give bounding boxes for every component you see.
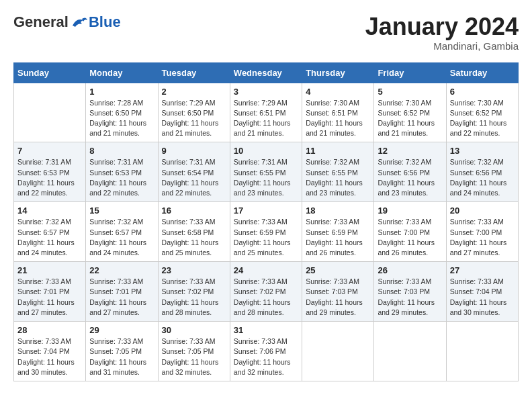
day-info: Sunrise: 7:31 AMSunset: 6:55 PMDaylight:… [234, 157, 298, 198]
day-number: 29 [89, 325, 154, 335]
calendar-day-cell: 3Sunrise: 7:29 AMSunset: 6:51 PMDaylight… [230, 83, 302, 142]
day-number: 16 [162, 205, 226, 216]
day-number: 2 [162, 87, 226, 97]
weekday-header-cell: Thursday [302, 62, 374, 83]
day-info: Sunrise: 7:33 AMSunset: 7:00 PMDaylight:… [378, 217, 442, 258]
day-info: Sunrise: 7:29 AMSunset: 6:51 PMDaylight:… [234, 98, 298, 139]
day-info: Sunrise: 7:33 AMSunset: 6:59 PMDaylight:… [234, 217, 298, 258]
day-info: Sunrise: 7:33 AMSunset: 7:04 PMDaylight:… [450, 277, 515, 318]
calendar-day-cell [14, 83, 86, 142]
day-number: 21 [17, 265, 82, 275]
day-number: 1 [89, 87, 154, 97]
day-info: Sunrise: 7:31 AMSunset: 6:53 PMDaylight:… [89, 157, 154, 198]
day-info: Sunrise: 7:33 AMSunset: 7:05 PMDaylight:… [89, 336, 154, 377]
day-number: 7 [17, 146, 82, 156]
location-subtitle: Mandinari, Gambia [365, 40, 519, 52]
logo: General Blue [13, 13, 121, 31]
day-number: 11 [306, 146, 370, 156]
weekday-header-row: SundayMondayTuesdayWednesdayThursdayFrid… [14, 62, 519, 83]
month-title: January 2024 [365, 13, 519, 40]
day-number: 12 [378, 146, 442, 156]
calendar-day-cell [374, 322, 446, 381]
day-number: 27 [450, 265, 515, 275]
day-number: 13 [450, 146, 515, 156]
calendar-day-cell: 16Sunrise: 7:33 AMSunset: 6:58 PMDayligh… [158, 202, 230, 262]
calendar-week-row: 7Sunrise: 7:31 AMSunset: 6:53 PMDaylight… [14, 142, 519, 202]
calendar-day-cell: 25Sunrise: 7:33 AMSunset: 7:03 PMDayligh… [302, 262, 374, 322]
day-info: Sunrise: 7:31 AMSunset: 6:53 PMDaylight:… [17, 157, 82, 198]
calendar-day-cell: 11Sunrise: 7:32 AMSunset: 6:55 PMDayligh… [302, 142, 374, 202]
day-number: 19 [378, 205, 442, 216]
day-info: Sunrise: 7:30 AMSunset: 6:52 PMDaylight:… [450, 98, 515, 139]
calendar-day-cell: 27Sunrise: 7:33 AMSunset: 7:04 PMDayligh… [446, 262, 518, 322]
calendar-day-cell: 7Sunrise: 7:31 AMSunset: 6:53 PMDaylight… [14, 142, 86, 202]
weekday-header-cell: Wednesday [230, 62, 302, 83]
day-info: Sunrise: 7:30 AMSunset: 6:52 PMDaylight:… [378, 98, 442, 139]
calendar-day-cell: 29Sunrise: 7:33 AMSunset: 7:05 PMDayligh… [86, 322, 158, 381]
day-info: Sunrise: 7:33 AMSunset: 7:01 PMDaylight:… [89, 277, 154, 318]
weekday-header-cell: Friday [374, 62, 446, 83]
calendar-week-row: 28Sunrise: 7:33 AMSunset: 7:04 PMDayligh… [14, 322, 519, 381]
logo-general-text: General [13, 13, 69, 31]
day-number: 26 [378, 265, 442, 275]
day-info: Sunrise: 7:33 AMSunset: 7:01 PMDaylight:… [17, 277, 82, 318]
calendar-day-cell: 8Sunrise: 7:31 AMSunset: 6:53 PMDaylight… [86, 142, 158, 202]
day-info: Sunrise: 7:33 AMSunset: 7:05 PMDaylight:… [162, 336, 226, 377]
day-info: Sunrise: 7:31 AMSunset: 6:54 PMDaylight:… [162, 157, 226, 198]
day-info: Sunrise: 7:33 AMSunset: 6:58 PMDaylight:… [162, 217, 226, 258]
calendar-day-cell: 30Sunrise: 7:33 AMSunset: 7:05 PMDayligh… [158, 322, 230, 381]
calendar-day-cell: 2Sunrise: 7:29 AMSunset: 6:50 PMDaylight… [158, 83, 230, 142]
calendar-day-cell: 19Sunrise: 7:33 AMSunset: 7:00 PMDayligh… [374, 202, 446, 262]
calendar-day-cell: 10Sunrise: 7:31 AMSunset: 6:55 PMDayligh… [230, 142, 302, 202]
title-section: January 2024 Mandinari, Gambia [365, 13, 519, 52]
day-info: Sunrise: 7:32 AMSunset: 6:57 PMDaylight:… [17, 217, 82, 258]
day-number: 14 [17, 205, 82, 216]
weekday-header-cell: Saturday [446, 62, 518, 83]
day-info: Sunrise: 7:30 AMSunset: 6:51 PMDaylight:… [306, 98, 370, 139]
day-number: 4 [306, 87, 370, 97]
day-info: Sunrise: 7:33 AMSunset: 7:04 PMDaylight:… [17, 336, 82, 377]
calendar-week-row: 21Sunrise: 7:33 AMSunset: 7:01 PMDayligh… [14, 262, 519, 322]
day-info: Sunrise: 7:32 AMSunset: 6:55 PMDaylight:… [306, 157, 370, 198]
calendar-day-cell: 9Sunrise: 7:31 AMSunset: 6:54 PMDaylight… [158, 142, 230, 202]
day-info: Sunrise: 7:33 AMSunset: 7:02 PMDaylight:… [162, 277, 226, 318]
calendar-day-cell: 13Sunrise: 7:32 AMSunset: 6:56 PMDayligh… [446, 142, 518, 202]
day-info: Sunrise: 7:32 AMSunset: 6:57 PMDaylight:… [89, 217, 154, 258]
day-number: 6 [450, 87, 515, 97]
day-number: 3 [234, 87, 298, 97]
calendar-table: SundayMondayTuesdayWednesdayThursdayFrid… [13, 62, 519, 381]
day-number: 31 [234, 325, 298, 335]
day-number: 17 [234, 205, 298, 216]
calendar-day-cell: 20Sunrise: 7:33 AMSunset: 7:00 PMDayligh… [446, 202, 518, 262]
day-number: 8 [89, 146, 154, 156]
day-info: Sunrise: 7:32 AMSunset: 6:56 PMDaylight:… [450, 157, 515, 198]
logo-blue-text: Blue [89, 13, 121, 31]
weekday-header-cell: Tuesday [158, 62, 230, 83]
day-info: Sunrise: 7:29 AMSunset: 6:50 PMDaylight:… [162, 98, 226, 139]
calendar-day-cell: 1Sunrise: 7:28 AMSunset: 6:50 PMDaylight… [86, 83, 158, 142]
calendar-day-cell: 26Sunrise: 7:33 AMSunset: 7:03 PMDayligh… [374, 262, 446, 322]
calendar-day-cell: 23Sunrise: 7:33 AMSunset: 7:02 PMDayligh… [158, 262, 230, 322]
calendar-day-cell [302, 322, 374, 381]
day-info: Sunrise: 7:33 AMSunset: 7:06 PMDaylight:… [234, 336, 298, 377]
calendar-day-cell: 5Sunrise: 7:30 AMSunset: 6:52 PMDaylight… [374, 83, 446, 142]
day-number: 25 [306, 265, 370, 275]
day-number: 28 [17, 325, 82, 335]
day-number: 22 [89, 265, 154, 275]
day-number: 20 [450, 205, 515, 216]
day-info: Sunrise: 7:33 AMSunset: 7:03 PMDaylight:… [306, 277, 370, 318]
weekday-header-cell: Sunday [14, 62, 86, 83]
page-header: General Blue January 2024 Mandinari, Gam… [13, 13, 519, 52]
day-number: 15 [89, 205, 154, 216]
day-number: 24 [234, 265, 298, 275]
day-number: 10 [234, 146, 298, 156]
calendar-day-cell: 12Sunrise: 7:32 AMSunset: 6:56 PMDayligh… [374, 142, 446, 202]
weekday-header-cell: Monday [86, 62, 158, 83]
calendar-day-cell: 14Sunrise: 7:32 AMSunset: 6:57 PMDayligh… [14, 202, 86, 262]
day-info: Sunrise: 7:32 AMSunset: 6:56 PMDaylight:… [378, 157, 442, 198]
calendar-day-cell [446, 322, 518, 381]
calendar-day-cell: 22Sunrise: 7:33 AMSunset: 7:01 PMDayligh… [86, 262, 158, 322]
day-number: 30 [162, 325, 226, 335]
calendar-day-cell: 17Sunrise: 7:33 AMSunset: 6:59 PMDayligh… [230, 202, 302, 262]
calendar-day-cell: 21Sunrise: 7:33 AMSunset: 7:01 PMDayligh… [14, 262, 86, 322]
